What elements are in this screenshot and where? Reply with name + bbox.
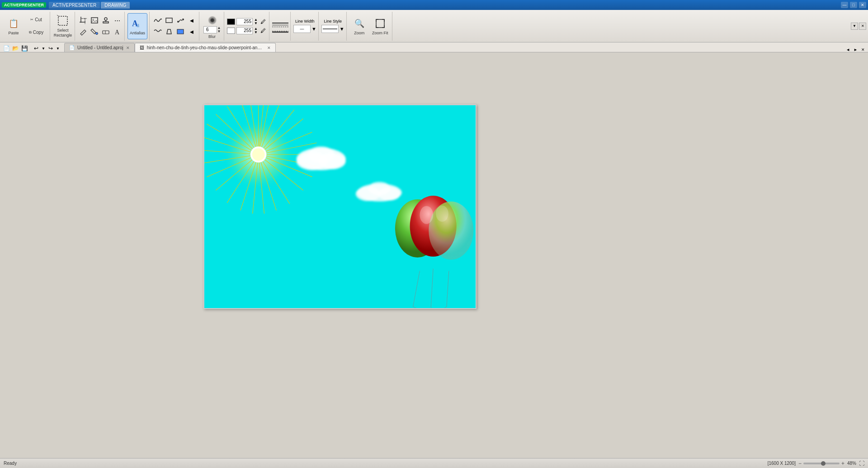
color1-down[interactable]: ▼ <box>254 22 258 25</box>
color-swatch-2[interactable] <box>227 28 235 34</box>
line-width-dropdown[interactable]: ▼ <box>311 26 316 32</box>
new-file-icon[interactable]: 📄 <box>2 45 11 52</box>
image-tool[interactable] <box>89 15 100 26</box>
zoom-icon: 🔍 <box>353 17 366 30</box>
antialias-label: Antialias <box>130 31 145 35</box>
color-swatch-1[interactable] <box>227 19 235 25</box>
zoom-plus-button[interactable]: + <box>841 460 844 467</box>
zoom-slider-track[interactable] <box>803 463 840 464</box>
titlebar-left: ACTIVEPRESENTER ACTIVEPRESENTER DRAWING <box>2 2 130 9</box>
clipboard-group: 📋 Paste ✂ Cut ⧉ Copy <box>2 12 50 41</box>
select-group: Select Rectangle <box>51 12 75 41</box>
sky-scene <box>204 105 476 308</box>
blur-button[interactable]: ◉ ▲ ▼ Blur <box>202 13 222 39</box>
toolbar-expand-button[interactable]: ▼ <box>851 23 858 30</box>
eyedropper-1[interactable]: 🖉 <box>259 18 267 25</box>
text-tool[interactable]: A <box>112 26 123 37</box>
color-fill-tool[interactable] <box>175 26 186 37</box>
color-value-1[interactable] <box>236 18 253 25</box>
erase-tool[interactable] <box>100 26 111 37</box>
zoom-fit-button[interactable]: Zoom Fit <box>370 13 390 39</box>
tab-image[interactable]: 🖼 hinh-nen-chu-de-tinh-yeu-cho-mau-slide… <box>135 43 276 52</box>
titlebar-controls: — □ ✕ <box>841 2 866 8</box>
select-rect-icon <box>57 14 69 27</box>
thick-line-1 <box>272 23 288 23</box>
wave-tool[interactable] <box>152 15 163 26</box>
title-tab-activepresenter[interactable]: ACTIVEPRESENTER <box>49 2 100 9</box>
line-style-dropdown[interactable]: ▼ <box>340 26 344 32</box>
save-icon[interactable]: 💾 <box>20 45 29 52</box>
dimensions-text: [1600 X 1200] <box>768 461 796 466</box>
paste-label: Paste <box>8 31 19 35</box>
svg-rect-13 <box>103 31 109 34</box>
zoom-minus-button[interactable]: − <box>798 460 802 467</box>
tab-untitled[interactable]: 📄 Untitled - Untitled.aproj ✕ <box>64 43 135 52</box>
left-arrow2-tool[interactable]: ◄ <box>186 26 197 37</box>
cut-label: Cut <box>35 17 42 22</box>
copy-button[interactable]: ⧉ Copy <box>24 27 48 38</box>
antialias-button[interactable]: A a Antialias <box>127 13 147 39</box>
antialias-group: A a Antialias <box>126 12 150 41</box>
toolbar-close-button[interactable]: ✕ <box>859 23 866 30</box>
blur-input[interactable] <box>203 26 217 33</box>
paste-button[interactable]: 📋 Paste <box>4 13 24 39</box>
antialias-icon: A a <box>131 17 144 30</box>
tab-scroll-left[interactable]: ◄ <box>844 47 851 52</box>
tab-close-untitled[interactable]: ✕ <box>126 46 130 50</box>
canvas-area[interactable] <box>0 52 868 458</box>
zoom-slider-thumb[interactable] <box>821 461 826 466</box>
titlebar-tab-group: ACTIVEPRESENTER DRAWING <box>49 2 130 9</box>
open-file-icon[interactable]: 📂 <box>11 45 20 52</box>
svg-line-1 <box>57 15 58 16</box>
color-value-2[interactable] <box>236 27 253 34</box>
close-button[interactable]: ✕ <box>859 2 866 8</box>
minimize-button[interactable]: — <box>841 2 848 8</box>
tab-close-all[interactable]: ✕ <box>860 47 866 52</box>
line-width-value[interactable]: — <box>293 25 311 33</box>
redo-button[interactable]: ↪ <box>46 45 55 52</box>
arrow-left-tool[interactable]: ◄ <box>186 15 197 26</box>
statusbar: Ready [1600 X 1200] − + 48% ⛶ <box>0 458 868 468</box>
toolbar-right: ▼ ✕ <box>851 23 866 30</box>
select-rect-label: Select Rectangle <box>53 28 72 38</box>
cut-button[interactable]: ✂ Cut <box>24 14 48 26</box>
svg-rect-6 <box>91 18 98 23</box>
undo-button[interactable]: ↩ <box>32 45 41 52</box>
eyedropper-2[interactable]: 🖉 <box>259 27 267 34</box>
dot-tool[interactable] <box>175 15 186 26</box>
title-tab-drawing[interactable]: DRAWING <box>101 2 130 9</box>
tab-strip-right: ◄ ► ✕ <box>844 47 866 52</box>
menu-dots[interactable]: ⋯ <box>112 15 123 26</box>
wave2-tool[interactable] <box>152 26 163 37</box>
stamp-tool[interactable] <box>100 15 111 26</box>
paste-icon: 📋 <box>7 17 20 30</box>
fill-tool[interactable] <box>89 26 100 37</box>
zoom-group: 🔍 Zoom Zoom Fit <box>348 12 392 41</box>
svg-point-58 <box>252 148 265 161</box>
tab-close-image[interactable]: ✕ <box>267 46 271 50</box>
bucket-tool[interactable] <box>164 26 175 37</box>
fullscreen-button[interactable]: ⛶ <box>859 460 864 467</box>
rect-tool[interactable] <box>164 15 175 26</box>
line-dividers-group <box>270 12 291 41</box>
image-canvas[interactable] <box>203 104 476 309</box>
titlebar: ACTIVEPRESENTER ACTIVEPRESENTER DRAWING … <box>0 0 868 10</box>
redo-dropdown[interactable]: ▼ <box>55 45 61 52</box>
maximize-button[interactable]: □ <box>850 2 857 8</box>
copy-icon: ⧉ <box>29 30 32 35</box>
line-style-ctrl: Line Style ▼ <box>321 13 344 40</box>
pencil-tool[interactable] <box>78 26 89 37</box>
select-rectangle-button[interactable]: Select Rectangle <box>53 13 73 39</box>
crop-tool[interactable] <box>78 15 89 26</box>
undo-dropdown[interactable]: ▼ <box>41 45 46 52</box>
svg-point-7 <box>93 19 94 20</box>
color2-down[interactable]: ▼ <box>254 31 258 34</box>
statusbar-right: [1600 X 1200] − + 48% ⛶ <box>768 460 864 467</box>
line-style-value[interactable] <box>321 25 339 33</box>
svg-rect-9 <box>103 22 108 23</box>
blur-down-arrow[interactable]: ▼ <box>217 30 221 33</box>
tab-label-untitled: Untitled - Untitled.aproj <box>77 45 123 50</box>
zoom-button[interactable]: 🔍 Zoom <box>349 13 369 39</box>
line-width-label: Line Width <box>295 19 315 24</box>
tab-scroll-right[interactable]: ► <box>852 47 859 52</box>
